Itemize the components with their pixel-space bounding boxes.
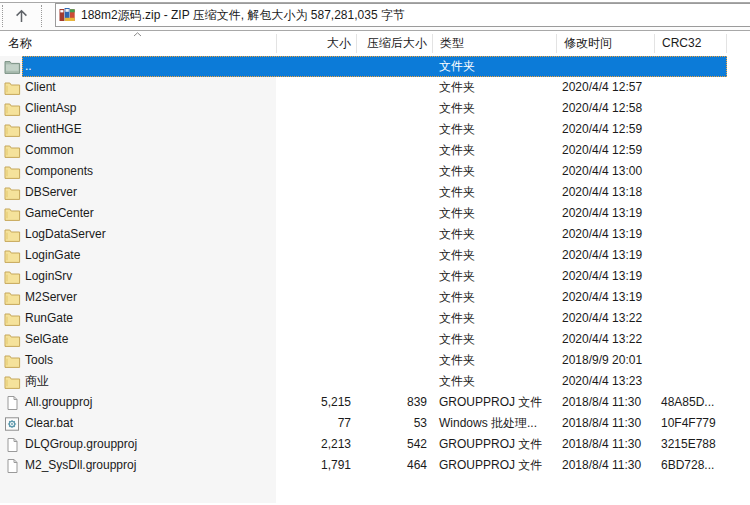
row-filler — [726, 77, 750, 98]
file-icon — [4, 437, 21, 453]
packed-size — [356, 182, 432, 203]
column-header-packed[interactable]: 压缩后大小 — [356, 34, 432, 53]
table-row[interactable]: Common文件夹2020/4/4 12:59 — [0, 140, 750, 161]
table-row[interactable]: DBServer文件夹2020/4/4 13:18 — [0, 182, 750, 203]
row-filler — [726, 392, 750, 413]
row-filler — [726, 371, 750, 392]
modified-time: 2020/4/4 13:19 — [556, 245, 654, 266]
address-bar[interactable]: 188m2源码.zip - ZIP 压缩文件, 解包大小为 587,281,03… — [55, 3, 750, 27]
file-size — [276, 266, 356, 287]
toolbar-grip — [2, 5, 3, 27]
file-name: M2Server — [25, 287, 77, 308]
file-type: GROUPPROJ 文件 — [432, 434, 556, 455]
modified-time: 2020/4/4 12:58 — [556, 98, 654, 119]
modified-time: 2018/8/4 11:30 — [556, 455, 654, 476]
packed-size — [356, 203, 432, 224]
crc32-value: 48A85D... — [654, 392, 726, 413]
table-row[interactable]: ClientHGE文件夹2020/4/4 12:59 — [0, 119, 750, 140]
crc32-value — [654, 350, 726, 371]
table-row[interactable]: Client文件夹2020/4/4 12:57 — [0, 77, 750, 98]
folder-icon — [4, 353, 21, 369]
folder-icon — [4, 101, 21, 117]
crc32-value: 10F4F779 — [654, 413, 726, 434]
modified-time: 2020/4/4 13:19 — [556, 266, 654, 287]
column-header-modified[interactable]: 修改时间 — [556, 34, 654, 53]
row-filler — [726, 161, 750, 182]
table-row[interactable]: Tools文件夹2018/9/9 20:01 — [0, 350, 750, 371]
table-row[interactable]: LoginSrv文件夹2020/4/4 13:19 — [0, 266, 750, 287]
up-one-level-button[interactable] — [7, 3, 35, 28]
file-size — [276, 56, 356, 77]
crc32-value — [654, 77, 726, 98]
crc32-value — [654, 161, 726, 182]
crc32-value — [654, 308, 726, 329]
file-size — [276, 77, 356, 98]
crc32-value: 3215E788 — [654, 434, 726, 455]
crc32-value — [654, 287, 726, 308]
modified-time: 2020/4/4 13:23 — [556, 371, 654, 392]
table-row[interactable]: DLQGroup.groupproj2,213542GROUPPROJ 文件20… — [0, 434, 750, 455]
packed-size — [356, 98, 432, 119]
archive-title: 188m2源码.zip - ZIP 压缩文件, 解包大小为 587,281,03… — [81, 7, 405, 24]
up-folder-icon — [4, 59, 21, 75]
sort-ascending-icon — [133, 32, 142, 37]
packed-size — [356, 266, 432, 287]
modified-time: 2020/4/4 13:19 — [556, 203, 654, 224]
packed-size: 839 — [356, 392, 432, 413]
file-type: Windows 批处理... — [432, 413, 556, 434]
table-row[interactable]: LogDataServer文件夹2020/4/4 13:19 — [0, 224, 750, 245]
file-type: 文件夹 — [432, 182, 556, 203]
column-header-type[interactable]: 类型 — [432, 34, 556, 53]
file-name: LogDataServer — [25, 224, 106, 245]
packed-size — [356, 371, 432, 392]
file-size — [276, 245, 356, 266]
modified-time: 2018/8/4 11:30 — [556, 434, 654, 455]
table-row[interactable]: 商业文件夹2020/4/4 13:23 — [0, 371, 750, 392]
column-header-crc32[interactable]: CRC32 — [654, 34, 726, 53]
file-name: Common — [25, 140, 74, 161]
file-size — [276, 287, 356, 308]
file-type: 文件夹 — [432, 119, 556, 140]
modified-time: 2018/8/4 11:30 — [556, 392, 654, 413]
table-row[interactable]: All.groupproj5,215839GROUPPROJ 文件2018/8/… — [0, 392, 750, 413]
row-filler — [726, 434, 750, 455]
table-row[interactable]: M2Server文件夹2020/4/4 13:19 — [0, 287, 750, 308]
folder-icon — [4, 290, 21, 306]
folder-icon — [4, 206, 21, 222]
table-row[interactable]: SelGate文件夹2020/4/4 13:22 — [0, 329, 750, 350]
table-row[interactable]: RunGate文件夹2020/4/4 13:22 — [0, 308, 750, 329]
packed-size — [356, 161, 432, 182]
packed-size: 464 — [356, 455, 432, 476]
table-row[interactable]: Clear.bat7753Windows 批处理...2018/8/4 11:3… — [0, 413, 750, 434]
modified-time: 2020/4/4 12:59 — [556, 140, 654, 161]
file-type: 文件夹 — [432, 371, 556, 392]
file-name: 商业 — [25, 371, 49, 392]
modified-time: 2020/4/4 13:00 — [556, 161, 654, 182]
packed-size — [356, 287, 432, 308]
file-name: Tools — [25, 350, 53, 371]
file-size — [276, 182, 356, 203]
file-type: 文件夹 — [432, 140, 556, 161]
file-name: DBServer — [25, 182, 77, 203]
row-filler — [726, 140, 750, 161]
column-header-size[interactable]: 大小 — [276, 34, 356, 53]
folder-icon — [4, 185, 21, 201]
file-size — [276, 98, 356, 119]
crc32-value — [654, 266, 726, 287]
table-row[interactable]: LoginGate文件夹2020/4/4 13:19 — [0, 245, 750, 266]
row-filler — [726, 119, 750, 140]
folder-icon — [4, 311, 21, 327]
table-row[interactable]: Components文件夹2020/4/4 13:00 — [0, 161, 750, 182]
file-name: .. — [25, 56, 32, 77]
folder-icon — [4, 269, 21, 285]
table-row[interactable]: ClientAsp文件夹2020/4/4 12:58 — [0, 98, 750, 119]
up-arrow-icon — [14, 8, 29, 24]
table-row[interactable]: ..文件夹 — [0, 56, 750, 77]
row-filler — [726, 413, 750, 434]
file-type: 文件夹 — [432, 266, 556, 287]
table-row[interactable]: GameCenter文件夹2020/4/4 13:19 — [0, 203, 750, 224]
table-row[interactable]: M2_SysDll.groupproj1,791464GROUPPROJ 文件2… — [0, 455, 750, 476]
toolbar: 188m2源码.zip - ZIP 压缩文件, 解包大小为 587,281,03… — [0, 0, 750, 31]
file-icon — [4, 395, 21, 411]
file-size: 1,791 — [276, 455, 356, 476]
